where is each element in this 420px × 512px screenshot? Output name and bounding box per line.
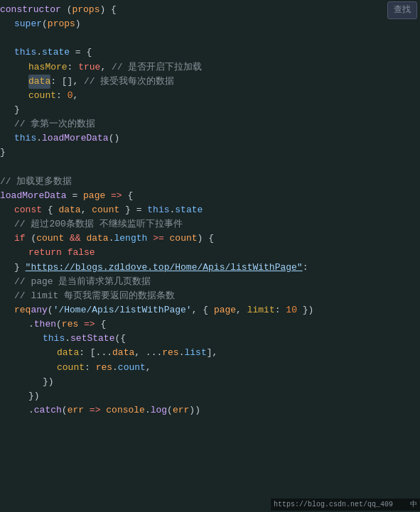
line-21: // limit 每页我需要返回的数据条数 [0, 289, 420, 303]
line-25: data: [...data, ...res.list], [0, 346, 420, 360]
token-constructor: constructor [0, 3, 61, 17]
line-27: }) [0, 375, 420, 389]
line-22: reqany('/Home/Apis/listWithPage', { page… [0, 303, 420, 317]
line-19: } "https://blogs.zdldove.top/Home/Apis/l… [0, 261, 420, 275]
line-18: return false [0, 246, 420, 260]
line-28: }) [0, 389, 420, 403]
line-2: super(props) [0, 17, 420, 31]
line-15: const { data, count } = this.state [0, 203, 420, 217]
line-24: this.setState({ [0, 332, 420, 346]
line-17: if (count && data.length >= count) { [0, 232, 420, 246]
search-label: 查找 [394, 4, 411, 17]
code-editor: 查找 constructor (props) { super(props) th… [0, 0, 420, 512]
line-12 [0, 160, 420, 175]
search-box[interactable]: 查找 [387, 1, 417, 19]
line-20: // page 是当前请求第几页数据 [0, 275, 420, 289]
line-23: .then(res => { [0, 317, 420, 332]
line-5: hasMore: true, // 是否开启下拉加载 [0, 60, 420, 75]
line-7: count: 0, [0, 89, 420, 103]
line-1: constructor (props) { [0, 3, 420, 17]
code-content: constructor (props) { super(props) this.… [0, 3, 420, 418]
line-16: // 超过200条数据 不继续监听下拉事件 [0, 217, 420, 232]
line-10: this.loadMoreData() [0, 131, 420, 146]
line-8: } [0, 103, 420, 117]
line-29: .catch(err => console.log(err)) [0, 403, 420, 418]
line-26: count: res.count, [0, 361, 420, 375]
line-6: data: [], // 接受我每次的数据 [0, 75, 420, 89]
line-9: // 拿第一次的数据 [0, 117, 420, 131]
line-13: // 加载更多数据 [0, 175, 420, 189]
line-14: loadMoreData = page => { [0, 189, 420, 203]
lang-indicator: 中 [410, 501, 417, 508]
watermark-url: https://blog.csdn.net/qq_409 [274, 501, 393, 508]
line-11: } [0, 146, 420, 160]
watermark-bar: https://blog.csdn.net/qq_409 中 [271, 499, 420, 511]
line-3 [0, 31, 420, 45]
line-4: this.state = { [0, 45, 420, 60]
